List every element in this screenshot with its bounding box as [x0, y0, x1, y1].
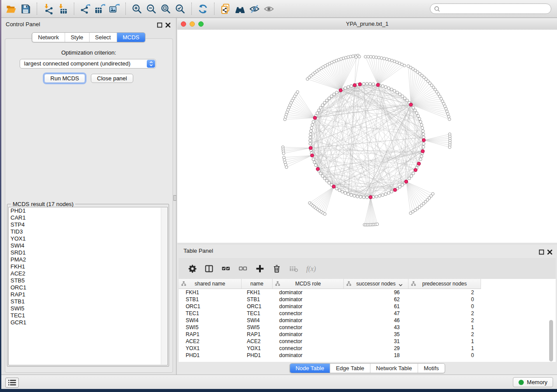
- cell-shared-name: YOX1: [179, 345, 242, 352]
- run-mcds-button[interactable]: Run MCDS: [44, 74, 85, 83]
- float-panel-icon[interactable]: [539, 249, 544, 254]
- deselect-all-rows-button[interactable]: [238, 263, 248, 274]
- tab-mcds[interactable]: MCDS: [117, 33, 145, 42]
- apply-preferred-layout-button[interactable]: [196, 2, 210, 16]
- table-row[interactable]: PHD1PHD1dominator180: [179, 352, 556, 359]
- mcds-result-item[interactable]: TEC1: [9, 312, 167, 319]
- tab-select[interactable]: Select: [89, 33, 117, 42]
- zoom-in-button[interactable]: [130, 2, 144, 16]
- import-table-button[interactable]: [55, 2, 70, 16]
- tab-network-table[interactable]: Network Table: [370, 364, 418, 373]
- mcds-result-item[interactable]: TID3: [9, 228, 167, 235]
- mcds-result-item[interactable]: PMA2: [9, 256, 167, 263]
- cell-predecessor-nodes: 0: [408, 303, 481, 310]
- column-header-predecessor-nodes[interactable]: predecessor nodes: [408, 279, 481, 289]
- optimization-criterion-select[interactable]: largest connected component (undirected): [20, 59, 156, 69]
- cell-shared-name: STB1: [179, 296, 242, 303]
- optimization-criterion-value: largest connected component (undirected): [24, 60, 131, 67]
- mcds-result-item[interactable]: CAR1: [9, 214, 167, 221]
- table-row[interactable]: YOX1YOX1connector291: [179, 345, 556, 352]
- hide-selected-button[interactable]: [247, 2, 262, 16]
- network-canvas[interactable]: [177, 30, 557, 243]
- tab-style[interactable]: Style: [65, 33, 89, 42]
- zoom-out-button[interactable]: [144, 2, 159, 16]
- table-row[interactable]: ACE2ACE2connector311: [179, 338, 556, 345]
- export-network-button[interactable]: [78, 2, 93, 16]
- float-panel-icon[interactable]: [157, 22, 163, 28]
- tab-node-table[interactable]: Node Table: [290, 364, 330, 373]
- tab-motifs[interactable]: Motifs: [418, 364, 445, 373]
- column-header-shared-name[interactable]: shared name: [179, 279, 242, 289]
- search-input[interactable]: [442, 4, 548, 14]
- delete-columns-button[interactable]: [272, 263, 281, 274]
- close-panel-icon[interactable]: [165, 22, 171, 28]
- column-label: MCDS role: [295, 281, 321, 287]
- table-row[interactable]: TEC1TEC1connector472: [179, 310, 556, 317]
- import-network-button[interactable]: [41, 2, 55, 16]
- network-window-titlebar: YPA_prune.txt_1: [177, 18, 557, 30]
- cell-shared-name: PHD1: [179, 352, 242, 359]
- mcds-result-item[interactable]: STB1: [9, 298, 167, 305]
- memory-button[interactable]: Memory: [513, 377, 553, 387]
- table-options-gear-button[interactable]: [188, 263, 197, 274]
- show-all-button[interactable]: [262, 2, 276, 16]
- add-column-button[interactable]: [255, 263, 265, 274]
- clone-network-button[interactable]: [218, 2, 233, 16]
- close-panel-button[interactable]: Close panel: [91, 74, 133, 83]
- search-box[interactable]: [430, 3, 551, 14]
- table-row[interactable]: SWI5SWI5connector431: [179, 324, 556, 331]
- mcds-result-item[interactable]: SWI5: [9, 305, 167, 312]
- first-neighbors-button[interactable]: [233, 2, 247, 16]
- mcds-result-item[interactable]: SWI4: [9, 242, 167, 249]
- mcds-result-item[interactable]: SRD1: [9, 249, 167, 256]
- search-icon: [434, 6, 440, 12]
- toggle-columns-icon: [204, 264, 214, 273]
- tree-icon: [181, 281, 186, 286]
- mcds-result-item[interactable]: YOX1: [9, 235, 167, 242]
- table-row[interactable]: FKH1FKH1dominator962: [179, 289, 556, 296]
- cell-predecessor-nodes: 2: [408, 317, 481, 324]
- column-header-name[interactable]: name: [242, 279, 273, 289]
- table-row[interactable]: STB1STB1dominator620: [179, 296, 556, 303]
- cell-name: ORC1: [242, 303, 273, 310]
- mcds-result-item[interactable]: STB5: [9, 277, 167, 284]
- export-table-button[interactable]: [93, 2, 107, 16]
- cell-successor-nodes: 62: [344, 296, 408, 303]
- open-file-button[interactable]: [4, 2, 18, 16]
- memory-status-dot: [519, 380, 524, 385]
- toggle-columns-button[interactable]: [204, 263, 214, 274]
- cell-shared-name: ORC1: [179, 303, 242, 310]
- import-table-icon: [57, 3, 68, 14]
- mcds-result-item[interactable]: GCR1: [9, 319, 167, 326]
- column-header-successor-nodes[interactable]: successor nodes: [344, 279, 408, 289]
- select-all-rows-button[interactable]: [221, 263, 231, 274]
- mcds-result-list[interactable]: PHD1CAR1STP4TID3YOX1SWI4SRD1PMA2FKH1ACE2…: [8, 207, 168, 365]
- mcds-result-item[interactable]: PHD1: [9, 207, 167, 214]
- mcds-result-item[interactable]: RAP1: [9, 291, 167, 298]
- tab-network[interactable]: Network: [32, 33, 65, 42]
- mcds-list-scrollbar[interactable]: [161, 208, 167, 364]
- mcds-result-item[interactable]: ACE2: [9, 270, 167, 277]
- table-row[interactable]: ORC1ORC1dominator610: [179, 303, 556, 310]
- save-session-button[interactable]: [18, 2, 33, 16]
- node-table: shared namenameMCDS rolesuccessor nodesp…: [179, 279, 556, 362]
- zoom-selected-button[interactable]: [173, 2, 187, 16]
- tab-edge-table[interactable]: Edge Table: [330, 364, 370, 373]
- function-builder-button: f(x): [306, 263, 321, 274]
- zoom-fit-button[interactable]: [159, 2, 173, 16]
- status-menu-button[interactable]: [5, 378, 19, 388]
- mcds-buttons-row: Run MCDS Close panel: [1, 74, 176, 83]
- toolbar-separator: [191, 3, 192, 15]
- close-panel-icon[interactable]: [547, 249, 553, 254]
- cell-name: FKH1: [242, 289, 273, 296]
- mcds-result-item[interactable]: FKH1: [9, 263, 167, 270]
- svg-text:f(x): f(x): [306, 265, 316, 273]
- column-header-MCDS-role[interactable]: MCDS role: [273, 279, 344, 289]
- export-image-button[interactable]: [107, 2, 121, 16]
- mcds-result-item[interactable]: ORC1: [9, 284, 167, 291]
- mcds-result-item[interactable]: STP4: [9, 221, 167, 228]
- table-row[interactable]: RAP1RAP1dominator352: [179, 331, 556, 338]
- vertical-splitter-handle[interactable]: [173, 195, 176, 201]
- table-scrollbar-thumb[interactable]: [549, 320, 553, 361]
- table-row[interactable]: SWI4SWI4dominator462: [179, 317, 556, 324]
